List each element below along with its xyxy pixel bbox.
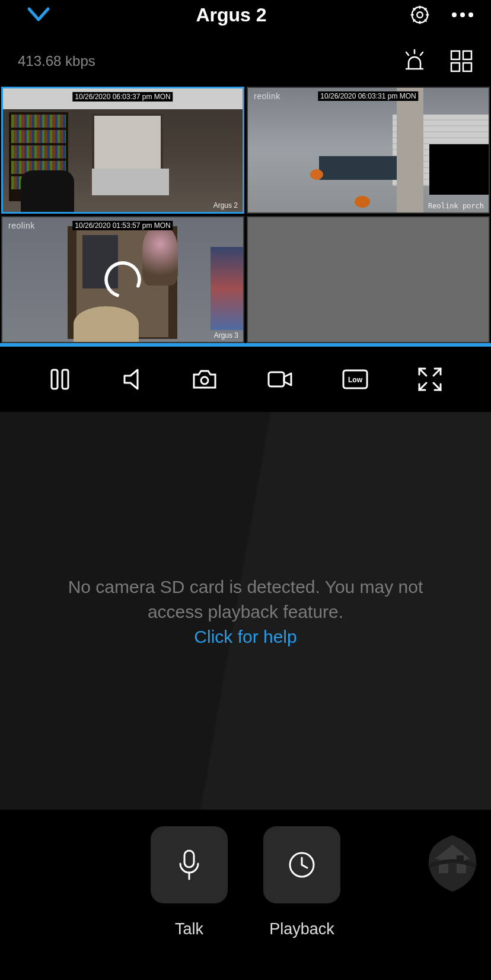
watermark-logo bbox=[420, 829, 485, 897]
settings-button[interactable] bbox=[409, 4, 431, 26]
stream-info-bar: 413.68 kbps bbox=[0, 30, 491, 87]
record-button[interactable] bbox=[266, 369, 294, 390]
svg-point-1 bbox=[412, 7, 428, 23]
camera-grid: 10/26/2020 06:03:37 pm MON Argus 2 reoli… bbox=[0, 87, 491, 347]
camera-brand-label: reolink bbox=[8, 221, 35, 230]
camera-tile-2[interactable]: reolink 10/26/2020 06:03:31 pm MON Reoli… bbox=[247, 87, 490, 214]
svg-line-7 bbox=[420, 52, 423, 55]
camera-timestamp: 10/26/2020 06:03:37 pm MON bbox=[72, 92, 173, 102]
more-horizontal-icon bbox=[451, 11, 474, 19]
camera-tile-3[interactable]: reolink 10/26/2020 01:53:57 pm MON Argus… bbox=[1, 216, 244, 343]
expand-icon bbox=[417, 366, 443, 392]
mute-button[interactable] bbox=[120, 367, 144, 391]
playback-button[interactable] bbox=[263, 826, 340, 903]
playback-label: Playback bbox=[269, 920, 334, 938]
playback-panel: No camera SD card is detected. You may n… bbox=[0, 412, 491, 810]
svg-rect-17 bbox=[269, 372, 284, 386]
camera-feed bbox=[248, 88, 489, 213]
svg-point-3 bbox=[460, 12, 465, 17]
bitrate-label: 413.68 kbps bbox=[18, 53, 95, 69]
more-button[interactable] bbox=[451, 11, 474, 19]
svg-rect-25 bbox=[184, 851, 194, 867]
camera-name-label: Argus 3 bbox=[214, 331, 238, 340]
svg-point-0 bbox=[417, 12, 423, 18]
collapse-button[interactable] bbox=[24, 7, 53, 23]
player-controls: Low bbox=[0, 347, 491, 412]
video-camera-icon bbox=[266, 369, 294, 390]
camera-feed bbox=[3, 88, 243, 212]
camera-name-label: Reolink porch bbox=[428, 202, 484, 210]
camera-tile-1[interactable]: 10/26/2020 06:03:37 pm MON Argus 2 bbox=[1, 87, 244, 214]
pause-icon bbox=[48, 367, 72, 391]
pause-button[interactable] bbox=[48, 367, 72, 391]
svg-marker-15 bbox=[125, 370, 138, 389]
svg-point-16 bbox=[201, 377, 208, 384]
svg-point-12 bbox=[102, 259, 144, 300]
camera-timestamp: 10/26/2020 06:03:31 pm MON bbox=[318, 91, 418, 101]
svg-rect-11 bbox=[463, 63, 471, 71]
clock-icon bbox=[287, 850, 317, 880]
playback-action: Playback bbox=[263, 826, 340, 938]
snapshot-button[interactable] bbox=[192, 367, 218, 391]
alarm-bell-icon bbox=[401, 47, 428, 75]
loading-spinner bbox=[102, 259, 144, 300]
bottom-action-bar: Talk Playback bbox=[0, 826, 491, 938]
camera-tile-empty[interactable] bbox=[247, 216, 490, 343]
quality-badge-icon: Low bbox=[342, 369, 369, 390]
svg-line-22 bbox=[433, 369, 441, 376]
svg-text:Low: Low bbox=[348, 376, 363, 384]
svg-line-23 bbox=[419, 383, 426, 390]
svg-line-24 bbox=[433, 383, 441, 390]
camera-brand-label: reolink bbox=[254, 91, 280, 101]
svg-point-4 bbox=[468, 12, 473, 17]
talk-button[interactable] bbox=[151, 826, 228, 903]
camera-timestamp: 10/26/2020 01:53:57 pm MON bbox=[72, 221, 173, 230]
svg-rect-14 bbox=[62, 370, 68, 389]
svg-point-2 bbox=[452, 12, 457, 17]
microphone-icon bbox=[176, 848, 203, 881]
camera-icon bbox=[192, 367, 218, 391]
svg-rect-13 bbox=[52, 370, 58, 389]
grid-icon bbox=[449, 49, 473, 73]
house-shield-icon bbox=[420, 829, 485, 895]
svg-rect-8 bbox=[451, 51, 460, 59]
fullscreen-button[interactable] bbox=[417, 366, 443, 392]
talk-action: Talk bbox=[151, 826, 228, 938]
page-title: Argus 2 bbox=[53, 4, 409, 26]
gear-icon bbox=[409, 4, 431, 26]
svg-rect-9 bbox=[463, 51, 471, 59]
svg-marker-18 bbox=[284, 373, 291, 385]
grid-view-button[interactable] bbox=[449, 49, 473, 73]
chevron-down-icon bbox=[27, 7, 50, 23]
quality-button[interactable]: Low bbox=[342, 369, 369, 390]
svg-line-6 bbox=[406, 52, 409, 55]
app-header: Argus 2 bbox=[0, 0, 491, 30]
help-link[interactable]: Click for help bbox=[194, 627, 296, 647]
alarm-button[interactable] bbox=[401, 47, 428, 75]
camera-name-label: Argus 2 bbox=[213, 201, 238, 210]
sd-card-warning: No camera SD card is detected. You may n… bbox=[68, 575, 423, 624]
svg-rect-10 bbox=[451, 63, 460, 71]
talk-label: Talk bbox=[175, 920, 203, 938]
svg-line-21 bbox=[419, 369, 426, 376]
speaker-icon bbox=[120, 367, 144, 391]
